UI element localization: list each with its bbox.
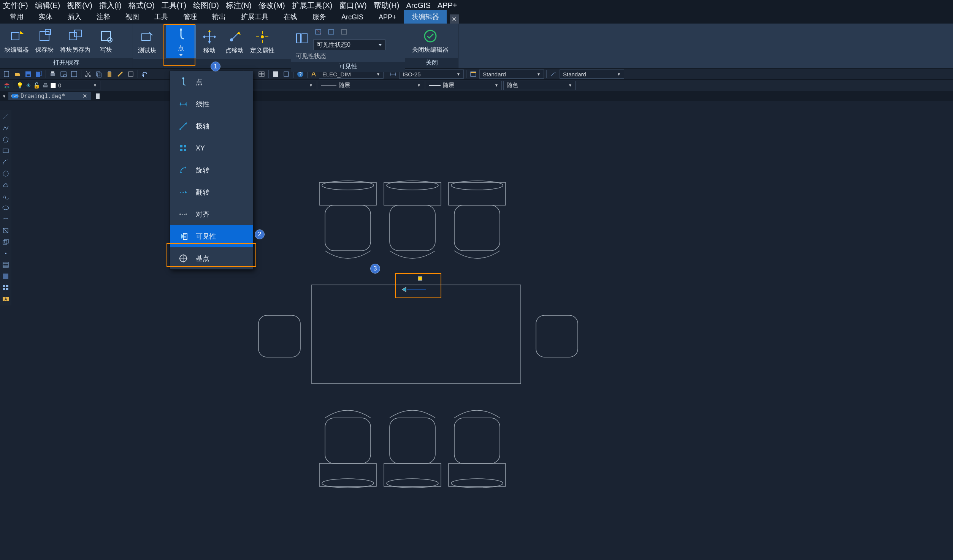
tab-insert[interactable]: 插入 <box>60 10 89 24</box>
paste-icon[interactable] <box>105 70 114 79</box>
tool2-icon[interactable] <box>282 70 291 79</box>
plot-icon[interactable] <box>70 70 79 79</box>
tab-manage[interactable]: 管理 <box>176 10 205 24</box>
plotstyle-combo[interactable]: 随层▼ <box>426 81 502 90</box>
dropdown-item-basepoint[interactable]: 基点 <box>170 247 253 269</box>
vis-tool-2[interactable] <box>326 27 337 37</box>
point-tool[interactable] <box>1 248 11 258</box>
arc-tool[interactable] <box>1 157 11 167</box>
ellipse-arc-tool[interactable] <box>1 214 11 224</box>
insert-block-tool[interactable] <box>1 226 11 236</box>
tab-common[interactable]: 常用 <box>2 10 31 24</box>
tab-service[interactable]: 服务 <box>305 10 334 24</box>
drawing-canvas[interactable] <box>11 110 953 560</box>
properties-icon[interactable] <box>271 70 280 79</box>
document-tab[interactable]: DWG Drawing1.dwg* ✕ <box>8 92 91 100</box>
doc-close-icon[interactable]: ✕ <box>82 93 87 100</box>
polyline-tool[interactable] <box>1 123 11 133</box>
tab-output[interactable]: 输出 <box>205 10 233 24</box>
ellipse-tool[interactable] <box>1 203 11 213</box>
layer-manager-icon[interactable] <box>2 81 11 90</box>
menu-view[interactable]: 视图(V) <box>67 0 92 11</box>
dropdown-item-polar[interactable]: 极轴 <box>170 115 253 137</box>
gradient-tool[interactable] <box>1 271 11 281</box>
tablestyle-icon[interactable] <box>469 70 478 79</box>
tab-exttools[interactable]: 扩展工具 <box>233 10 276 24</box>
tab-appplus[interactable]: APP+ <box>371 11 404 24</box>
menu-arcgis[interactable]: ArcGIS <box>406 1 430 10</box>
tab-close-icon[interactable]: ✕ <box>450 14 459 24</box>
btn-close-block-editor[interactable]: 关闭块编辑器 <box>408 26 453 55</box>
menu-modify[interactable]: 修改(M) <box>258 0 285 11</box>
spline-tool[interactable] <box>1 191 11 201</box>
dropdown-item-point[interactable]: 点 <box>170 71 253 93</box>
menu-edit[interactable]: 编辑(E) <box>35 0 60 11</box>
circle-tool[interactable] <box>1 169 11 179</box>
layer-combo[interactable]: 💡 ☀ 🔓 🖶 0 ▼ <box>13 81 100 90</box>
clean-icon[interactable] <box>126 70 135 79</box>
dropdown-item-align[interactable]: 对齐 <box>170 203 253 225</box>
dropdown-item-rotate[interactable]: 旋转 <box>170 159 253 181</box>
vis-tool-1[interactable] <box>313 27 324 37</box>
btn-write-block[interactable]: 写块 <box>94 26 118 55</box>
btn-save-block-as[interactable]: 将块另存为 <box>58 26 93 55</box>
polygon-tool[interactable] <box>1 134 11 144</box>
btn-test-block[interactable]: 测试块 <box>135 27 159 56</box>
tab-online[interactable]: 在线 <box>276 10 305 24</box>
dropdown-item-visibility[interactable]: 可见性 <box>170 225 253 247</box>
iso-combo[interactable]: ISO-25▼ <box>399 70 464 79</box>
line-tool[interactable] <box>1 112 11 122</box>
btn-move[interactable]: 移动 <box>198 27 221 56</box>
tab-tools[interactable]: 工具 <box>147 10 176 24</box>
tab-arcgis[interactable]: ArcGIS <box>334 11 371 24</box>
make-block-tool[interactable] <box>1 237 11 247</box>
lineweight-combo[interactable]: 随层▼ <box>318 81 424 90</box>
std1-combo[interactable]: Standard▼ <box>479 70 544 79</box>
menu-format[interactable]: 格式(O) <box>128 0 155 11</box>
revcloud-tool[interactable] <box>1 180 11 190</box>
new-icon[interactable] <box>2 70 11 79</box>
dropdown-item-flip[interactable]: 翻转 <box>170 181 253 203</box>
copy-icon[interactable] <box>94 70 103 79</box>
table-icon[interactable] <box>257 70 266 79</box>
menu-ext[interactable]: 扩展工具(X) <box>292 0 333 11</box>
dropdown-item-xy[interactable]: XY <box>170 137 253 159</box>
mleader-icon[interactable] <box>549 70 558 79</box>
btn-save-block[interactable]: 保存块 <box>33 26 56 55</box>
menu-help[interactable]: 帮助(H) <box>374 0 400 11</box>
dropdown-item-linear[interactable]: 线性 <box>170 93 253 115</box>
tab-entity[interactable]: 实体 <box>31 10 60 24</box>
tab-annotate[interactable]: 注释 <box>89 10 118 24</box>
print-icon[interactable] <box>48 70 57 79</box>
visibility-state-select[interactable]: 可见性状态0 <box>313 40 385 50</box>
doc-tab-chevron-icon[interactable]: ▼ <box>2 94 6 98</box>
doc-new-icon[interactable] <box>94 92 103 101</box>
btn-point-dropdown[interactable]: 点 <box>166 25 196 58</box>
save-icon[interactable] <box>24 70 33 79</box>
menu-tools[interactable]: 工具(T) <box>162 0 187 11</box>
btn-define-attr[interactable]: 定义属性 <box>248 27 277 56</box>
btn-point-move[interactable]: 点移动 <box>223 27 246 56</box>
tab-block-editor[interactable]: 块编辑器 <box>404 10 447 24</box>
hatch-tool[interactable] <box>1 260 11 270</box>
menu-draw[interactable]: 绘图(D) <box>193 0 219 11</box>
btn-visibility-state[interactable] <box>293 30 310 47</box>
cut-icon[interactable] <box>84 70 93 79</box>
rectangle-tool[interactable] <box>1 146 11 156</box>
preview-icon[interactable] <box>59 70 68 79</box>
menu-insert[interactable]: 插入(I) <box>99 0 122 11</box>
btn-block-editor[interactable]: 块编辑器 <box>2 26 31 55</box>
text-tool[interactable]: A <box>1 294 11 304</box>
region-tool[interactable] <box>1 283 11 293</box>
tab-view[interactable]: 视图 <box>118 10 147 24</box>
matchprop-icon[interactable] <box>116 70 125 79</box>
saveall-icon[interactable] <box>34 70 43 79</box>
undo-icon[interactable] <box>140 70 149 79</box>
vis-tool-3[interactable] <box>339 27 350 37</box>
open-icon[interactable] <box>13 70 22 79</box>
menu-file[interactable]: 文件(F) <box>3 0 28 11</box>
menu-dim[interactable]: 标注(N) <box>226 0 252 11</box>
color-combo[interactable]: 随色▼ <box>503 81 576 90</box>
menu-appplus[interactable]: APP+ <box>438 1 457 10</box>
menu-window[interactable]: 窗口(W) <box>339 0 366 11</box>
